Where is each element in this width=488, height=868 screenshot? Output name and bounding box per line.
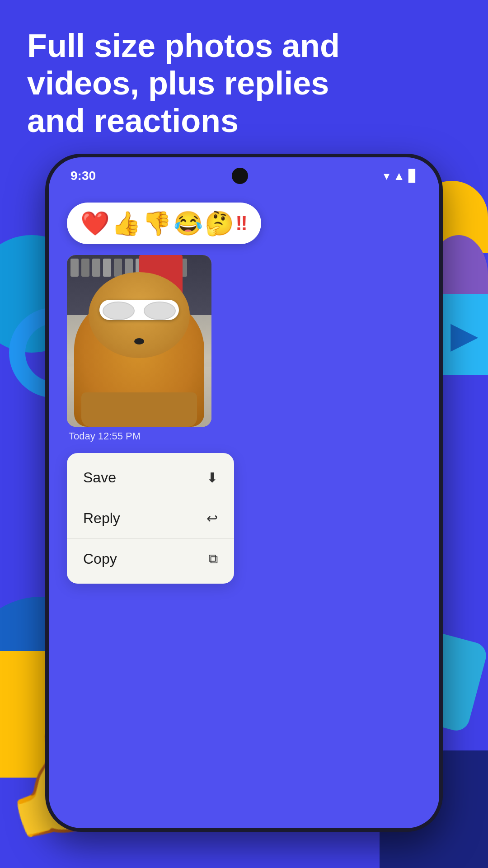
- wifi-icon: ▾: [384, 169, 389, 183]
- status-time: 9:30: [70, 169, 96, 183]
- phone-mockup: 9:30 ▾ ▲ ▊ ❤️ 👍 👎 😂 🤔 ‼: [45, 154, 443, 832]
- phone-content: ❤️ 👍 👎 😂 🤔 ‼: [49, 189, 439, 597]
- dog-nose: [134, 338, 144, 344]
- emoji-laughing[interactable]: 😂: [174, 212, 203, 235]
- copy-menu-item[interactable]: Copy ⧉: [67, 539, 234, 579]
- message-timestamp: Today 12:55 PM: [67, 430, 141, 442]
- reply-label: Reply: [83, 510, 120, 527]
- battery-icon: ▊: [408, 169, 418, 183]
- dog-paws: [81, 392, 197, 427]
- emoji-heart[interactable]: ❤️: [80, 212, 110, 235]
- phone-screen: 9:30 ▾ ▲ ▊ ❤️ 👍 👎 😂 🤔 ‼: [49, 157, 439, 828]
- reply-menu-item[interactable]: Reply ↩: [67, 498, 234, 539]
- save-icon: ⬇: [206, 470, 218, 486]
- sunglasses: [99, 300, 179, 321]
- message-container: Today 12:55 PM: [67, 255, 421, 442]
- emoji-thinking[interactable]: 🤔: [205, 212, 234, 235]
- save-label: Save: [83, 469, 116, 486]
- emoji-exclamation[interactable]: ‼: [235, 213, 248, 233]
- emoji-thumbs-down[interactable]: 👎: [142, 212, 172, 235]
- camera-hole: [232, 168, 248, 184]
- signal-bars-icon: ▲: [393, 169, 405, 183]
- header-title: Full size photos and videos, plus replie…: [27, 27, 461, 139]
- reply-icon: ↩: [206, 510, 218, 526]
- emoji-reaction-bar: ❤️ 👍 👎 😂 🤔 ‼: [67, 203, 261, 244]
- context-menu: Save ⬇ Reply ↩ Copy ⧉: [67, 453, 234, 584]
- status-icons: ▾ ▲ ▊: [384, 169, 418, 183]
- copy-label: Copy: [83, 551, 117, 567]
- save-menu-item[interactable]: Save ⬇: [67, 458, 234, 498]
- dog-photo: [67, 255, 211, 427]
- message-image[interactable]: [67, 255, 211, 427]
- copy-icon: ⧉: [208, 551, 218, 567]
- status-bar: 9:30 ▾ ▲ ▊: [49, 157, 439, 189]
- emoji-thumbs-up[interactable]: 👍: [112, 212, 141, 235]
